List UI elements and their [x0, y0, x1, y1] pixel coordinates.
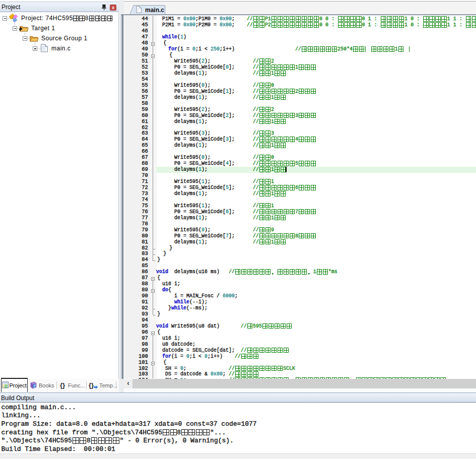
svg-text:?: ?	[33, 384, 36, 388]
